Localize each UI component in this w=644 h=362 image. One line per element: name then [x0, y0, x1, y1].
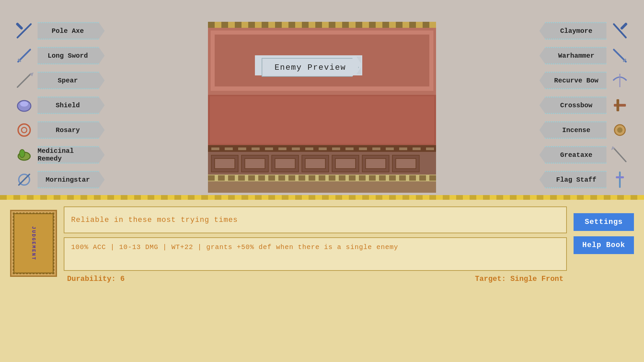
svg-rect-108	[369, 175, 376, 181]
weapon-label-shield: Shield	[38, 97, 105, 114]
svg-rect-28	[616, 176, 624, 178]
svg-rect-92	[208, 175, 215, 181]
svg-rect-33	[221, 22, 228, 28]
svg-rect-63	[265, 147, 273, 150]
svg-rect-72	[386, 147, 394, 150]
svg-rect-22	[616, 99, 619, 111]
weapon-item-incense[interactable]: Incense	[539, 119, 631, 141]
svg-rect-47	[409, 22, 416, 28]
svg-rect-90	[396, 159, 416, 169]
chest-area: Enemy Preview	[127, 13, 517, 201]
description-area: Reliable in these most trying times 100%…	[64, 206, 567, 355]
recurve-bow-icon	[609, 70, 631, 91]
weapon-label-morningstar: Morningstar	[38, 171, 105, 188]
svg-rect-44	[369, 22, 376, 28]
weapon-label-flag-staff: Flag Staff	[539, 171, 606, 188]
description-main: Reliable in these most trying times	[64, 206, 567, 233]
enemy-preview-box: Enemy Preview	[262, 58, 359, 77]
svg-rect-105	[339, 175, 345, 181]
svg-rect-104	[329, 175, 335, 181]
svg-rect-38	[288, 22, 295, 28]
panel-border-decoration	[0, 195, 644, 200]
svg-point-11	[19, 149, 25, 158]
svg-rect-86	[275, 159, 295, 169]
description-stats: 100% ACC | 10-13 DMG | WT+22 | grants +5…	[64, 237, 567, 271]
svg-rect-114	[429, 175, 436, 181]
svg-rect-102	[309, 175, 315, 181]
incense-icon	[609, 119, 631, 141]
weapon-item-long-sword[interactable]: Long Sword	[13, 45, 105, 66]
long-sword-icon	[13, 45, 35, 66]
svg-rect-42	[342, 22, 349, 28]
svg-rect-75	[426, 147, 434, 150]
weapon-item-rosary[interactable]: Rosary	[13, 119, 105, 141]
svg-rect-66	[305, 147, 313, 150]
svg-rect-94	[228, 175, 235, 181]
svg-rect-112	[409, 175, 416, 181]
svg-rect-39	[302, 22, 309, 28]
weapon-label-spear: Spear	[38, 72, 105, 89]
description-footer: Durability: 6 Target: Single Front	[64, 275, 567, 283]
weapon-label-incense: Incense	[539, 121, 606, 139]
svg-line-4	[17, 74, 31, 87]
svg-rect-68	[332, 147, 340, 150]
svg-rect-110	[389, 175, 396, 181]
svg-rect-34	[235, 22, 241, 28]
svg-rect-96	[248, 175, 255, 181]
weapon-label-warhammer: Warhammer	[539, 47, 606, 64]
svg-rect-56	[210, 96, 434, 144]
weapon-item-warhammer[interactable]: Warhammer	[539, 45, 631, 66]
morningstar-icon	[13, 169, 35, 190]
weapon-item-flag-staff[interactable]: Flag Staff	[539, 169, 631, 190]
svg-rect-99	[278, 175, 285, 181]
weapon-label-medicinal-remedy: Medicinal Remedy	[38, 146, 105, 164]
svg-rect-103	[319, 175, 325, 181]
weapon-label-rosary: Rosary	[38, 121, 105, 139]
weapon-item-morningstar[interactable]: Morningstar	[13, 169, 105, 190]
svg-rect-74	[413, 147, 421, 150]
weapon-item-medicinal-remedy[interactable]: Medicinal Remedy	[13, 144, 105, 166]
weapon-item-greataxe[interactable]: Greataxe	[539, 144, 631, 166]
spear-icon	[13, 70, 35, 91]
greataxe-icon	[609, 144, 631, 166]
svg-line-17	[622, 24, 626, 28]
weapon-item-shield[interactable]: Shield	[13, 95, 105, 116]
svg-rect-111	[399, 175, 406, 181]
weapon-item-pole-axe[interactable]: Pole Axe	[13, 20, 105, 42]
svg-rect-95	[238, 175, 245, 181]
svg-rect-88	[335, 159, 356, 169]
svg-rect-109	[379, 175, 386, 181]
weapon-label-recurve-bow: Recurve Bow	[539, 72, 606, 89]
weapon-label-greataxe: Greataxe	[539, 146, 606, 164]
target-label: Target: Single Front	[475, 275, 564, 283]
weapon-item-claymore[interactable]: Claymore	[539, 20, 631, 42]
svg-rect-115	[208, 181, 436, 193]
settings-button[interactable]: Settings	[574, 213, 634, 231]
help-book-button[interactable]: Help Book	[574, 236, 634, 254]
svg-rect-60	[225, 147, 233, 150]
svg-rect-32	[208, 22, 215, 28]
svg-line-1	[17, 24, 21, 28]
action-buttons: Settings Help Book	[574, 206, 634, 355]
svg-rect-21	[614, 104, 626, 107]
svg-rect-97	[258, 175, 265, 181]
svg-rect-73	[399, 147, 407, 150]
svg-rect-48	[423, 22, 429, 28]
svg-rect-69	[345, 147, 354, 150]
svg-rect-62	[252, 147, 260, 150]
svg-rect-101	[299, 175, 305, 181]
right-weapon-panel: Claymore Warhammer Recurve Bow Crossbow …	[539, 20, 631, 215]
weapon-item-crossbow[interactable]: Crossbow	[539, 95, 631, 116]
svg-point-9	[21, 127, 27, 133]
weapon-label-crossbow: Crossbow	[539, 97, 606, 114]
flag-staff-icon	[609, 169, 631, 190]
weapon-item-recurve-bow[interactable]: Recurve Bow	[539, 70, 631, 91]
svg-rect-89	[366, 159, 386, 169]
svg-rect-46	[396, 22, 402, 28]
bottom-info-panel: JUDGEMENT Reliable in these most trying …	[0, 198, 644, 362]
chest-wrapper: Enemy Preview	[208, 22, 436, 193]
weapon-item-spear[interactable]: Spear	[13, 70, 105, 91]
claymore-icon	[609, 20, 631, 42]
svg-rect-64	[278, 147, 286, 150]
svg-rect-67	[319, 147, 327, 150]
